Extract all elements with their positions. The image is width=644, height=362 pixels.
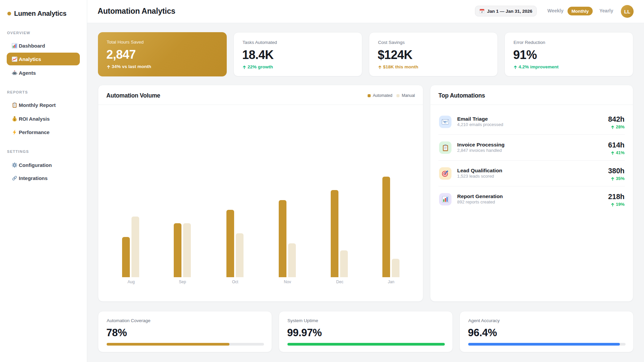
svg-text:$: $	[14, 118, 15, 121]
svg-text:17: 17	[481, 11, 483, 13]
svg-text:E: E	[444, 120, 446, 124]
